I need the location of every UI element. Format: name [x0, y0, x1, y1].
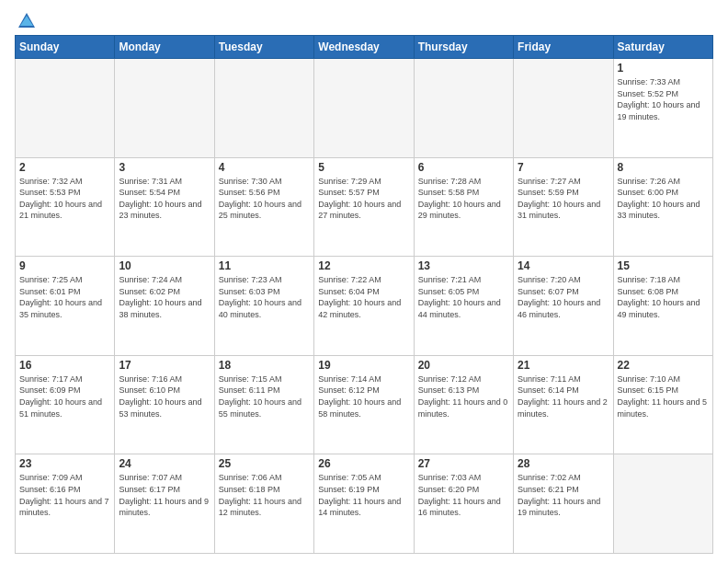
day-number: 27	[418, 457, 509, 470]
col-header-wednesday: Wednesday	[314, 36, 414, 59]
day-number: 10	[119, 259, 210, 272]
calendar-day-8: 8Sunrise: 7:26 AMSunset: 6:00 PMDaylight…	[613, 157, 712, 257]
day-number: 11	[219, 259, 310, 272]
day-info: Sunrise: 7:30 AMSunset: 5:56 PMDaylight:…	[219, 176, 310, 222]
calendar-day-20: 20Sunrise: 7:12 AMSunset: 6:13 PMDayligh…	[414, 355, 513, 454]
day-number: 14	[518, 259, 609, 272]
day-number: 22	[618, 359, 709, 372]
day-info: Sunrise: 7:33 AMSunset: 5:52 PMDaylight:…	[618, 76, 709, 122]
calendar-day-18: 18Sunrise: 7:15 AMSunset: 6:11 PMDayligh…	[214, 355, 313, 454]
page: SundayMondayTuesdayWednesdayThursdayFrid…	[0, 0, 728, 563]
day-number: 24	[119, 457, 210, 470]
day-info: Sunrise: 7:25 AMSunset: 6:01 PMDaylight:…	[19, 274, 110, 320]
day-info: Sunrise: 7:14 AMSunset: 6:12 PMDaylight:…	[318, 373, 409, 419]
calendar-day-3: 3Sunrise: 7:31 AMSunset: 5:54 PMDaylight…	[115, 157, 214, 257]
calendar-day-17: 17Sunrise: 7:16 AMSunset: 6:10 PMDayligh…	[115, 355, 214, 454]
calendar-day-empty	[613, 454, 712, 554]
day-info: Sunrise: 7:03 AMSunset: 6:20 PMDaylight:…	[418, 472, 509, 518]
col-header-monday: Monday	[115, 36, 214, 59]
calendar-week-4: 23Sunrise: 7:09 AMSunset: 6:16 PMDayligh…	[16, 454, 713, 554]
calendar-day-empty	[115, 59, 214, 158]
calendar-day-23: 23Sunrise: 7:09 AMSunset: 6:16 PMDayligh…	[16, 454, 115, 554]
calendar-day-25: 25Sunrise: 7:06 AMSunset: 6:18 PMDayligh…	[214, 454, 313, 554]
day-number: 4	[219, 161, 310, 174]
day-info: Sunrise: 7:05 AMSunset: 6:19 PMDaylight:…	[318, 472, 409, 518]
day-number: 13	[418, 259, 509, 272]
day-info: Sunrise: 7:11 AMSunset: 6:14 PMDaylight:…	[518, 373, 609, 419]
calendar-day-24: 24Sunrise: 7:07 AMSunset: 6:17 PMDayligh…	[115, 454, 214, 554]
day-info: Sunrise: 7:07 AMSunset: 6:17 PMDaylight:…	[119, 472, 210, 518]
day-info: Sunrise: 7:12 AMSunset: 6:13 PMDaylight:…	[418, 373, 509, 419]
calendar-day-10: 10Sunrise: 7:24 AMSunset: 6:02 PMDayligh…	[115, 257, 214, 356]
day-number: 12	[318, 259, 409, 272]
calendar-header-row: SundayMondayTuesdayWednesdayThursdayFrid…	[16, 36, 713, 59]
day-number: 18	[219, 359, 310, 372]
calendar-day-5: 5Sunrise: 7:29 AMSunset: 5:57 PMDaylight…	[314, 157, 414, 257]
day-info: Sunrise: 7:18 AMSunset: 6:08 PMDaylight:…	[618, 274, 709, 320]
col-header-friday: Friday	[514, 36, 613, 59]
day-number: 20	[418, 359, 509, 372]
day-info: Sunrise: 7:22 AMSunset: 6:04 PMDaylight:…	[318, 274, 409, 320]
calendar-week-0: 1Sunrise: 7:33 AMSunset: 5:52 PMDaylight…	[16, 59, 713, 158]
day-info: Sunrise: 7:17 AMSunset: 6:09 PMDaylight:…	[19, 373, 110, 419]
calendar-day-21: 21Sunrise: 7:11 AMSunset: 6:14 PMDayligh…	[514, 355, 613, 454]
calendar-day-1: 1Sunrise: 7:33 AMSunset: 5:52 PMDaylight…	[613, 59, 712, 158]
day-number: 3	[119, 161, 210, 174]
day-number: 1	[618, 62, 709, 75]
day-info: Sunrise: 7:06 AMSunset: 6:18 PMDaylight:…	[219, 472, 310, 518]
logo-icon	[17, 11, 37, 31]
calendar-day-empty	[214, 59, 313, 158]
day-info: Sunrise: 7:21 AMSunset: 6:05 PMDaylight:…	[418, 274, 509, 320]
day-info: Sunrise: 7:32 AMSunset: 5:53 PMDaylight:…	[19, 176, 110, 222]
calendar-day-19: 19Sunrise: 7:14 AMSunset: 6:12 PMDayligh…	[314, 355, 414, 454]
day-info: Sunrise: 7:28 AMSunset: 5:58 PMDaylight:…	[418, 176, 509, 222]
calendar-day-4: 4Sunrise: 7:30 AMSunset: 5:56 PMDaylight…	[214, 157, 313, 257]
calendar-week-2: 9Sunrise: 7:25 AMSunset: 6:01 PMDaylight…	[16, 257, 713, 356]
calendar-day-empty	[16, 59, 115, 158]
calendar-week-3: 16Sunrise: 7:17 AMSunset: 6:09 PMDayligh…	[16, 355, 713, 454]
day-info: Sunrise: 7:10 AMSunset: 6:15 PMDaylight:…	[618, 373, 709, 419]
day-number: 21	[518, 359, 609, 372]
calendar-day-22: 22Sunrise: 7:10 AMSunset: 6:15 PMDayligh…	[613, 355, 712, 454]
calendar-body: 1Sunrise: 7:33 AMSunset: 5:52 PMDaylight…	[16, 59, 713, 554]
day-number: 28	[518, 457, 609, 470]
col-header-thursday: Thursday	[414, 36, 513, 59]
day-info: Sunrise: 7:29 AMSunset: 5:57 PMDaylight:…	[318, 176, 409, 222]
day-info: Sunrise: 7:24 AMSunset: 6:02 PMDaylight:…	[119, 274, 210, 320]
logo-text	[15, 11, 37, 31]
day-info: Sunrise: 7:15 AMSunset: 6:11 PMDaylight:…	[219, 373, 310, 419]
day-info: Sunrise: 7:02 AMSunset: 6:21 PMDaylight:…	[518, 472, 609, 518]
calendar-day-empty	[514, 59, 613, 158]
day-number: 19	[318, 359, 409, 372]
calendar-day-28: 28Sunrise: 7:02 AMSunset: 6:21 PMDayligh…	[514, 454, 613, 554]
calendar-day-6: 6Sunrise: 7:28 AMSunset: 5:58 PMDaylight…	[414, 157, 513, 257]
calendar-week-1: 2Sunrise: 7:32 AMSunset: 5:53 PMDaylight…	[16, 157, 713, 257]
calendar-day-27: 27Sunrise: 7:03 AMSunset: 6:20 PMDayligh…	[414, 454, 513, 554]
day-info: Sunrise: 7:26 AMSunset: 6:00 PMDaylight:…	[618, 176, 709, 222]
day-number: 5	[318, 161, 409, 174]
col-header-saturday: Saturday	[613, 36, 712, 59]
calendar-day-empty	[314, 59, 414, 158]
calendar-day-15: 15Sunrise: 7:18 AMSunset: 6:08 PMDayligh…	[613, 257, 712, 356]
day-info: Sunrise: 7:09 AMSunset: 6:16 PMDaylight:…	[19, 472, 110, 518]
day-number: 25	[219, 457, 310, 470]
calendar-day-13: 13Sunrise: 7:21 AMSunset: 6:05 PMDayligh…	[414, 257, 513, 356]
day-number: 2	[19, 161, 110, 174]
day-info: Sunrise: 7:20 AMSunset: 6:07 PMDaylight:…	[518, 274, 609, 320]
day-number: 23	[19, 457, 110, 470]
day-info: Sunrise: 7:27 AMSunset: 5:59 PMDaylight:…	[518, 176, 609, 222]
day-info: Sunrise: 7:23 AMSunset: 6:03 PMDaylight:…	[219, 274, 310, 320]
day-number: 17	[119, 359, 210, 372]
day-number: 7	[518, 161, 609, 174]
logo-area	[15, 11, 37, 28]
day-number: 6	[418, 161, 509, 174]
svg-marker-1	[20, 16, 33, 26]
day-number: 8	[618, 161, 709, 174]
calendar-day-26: 26Sunrise: 7:05 AMSunset: 6:19 PMDayligh…	[314, 454, 414, 554]
calendar-day-16: 16Sunrise: 7:17 AMSunset: 6:09 PMDayligh…	[16, 355, 115, 454]
calendar-day-2: 2Sunrise: 7:32 AMSunset: 5:53 PMDaylight…	[16, 157, 115, 257]
day-number: 26	[318, 457, 409, 470]
day-number: 16	[19, 359, 110, 372]
day-number: 15	[618, 259, 709, 272]
day-info: Sunrise: 7:31 AMSunset: 5:54 PMDaylight:…	[119, 176, 210, 222]
